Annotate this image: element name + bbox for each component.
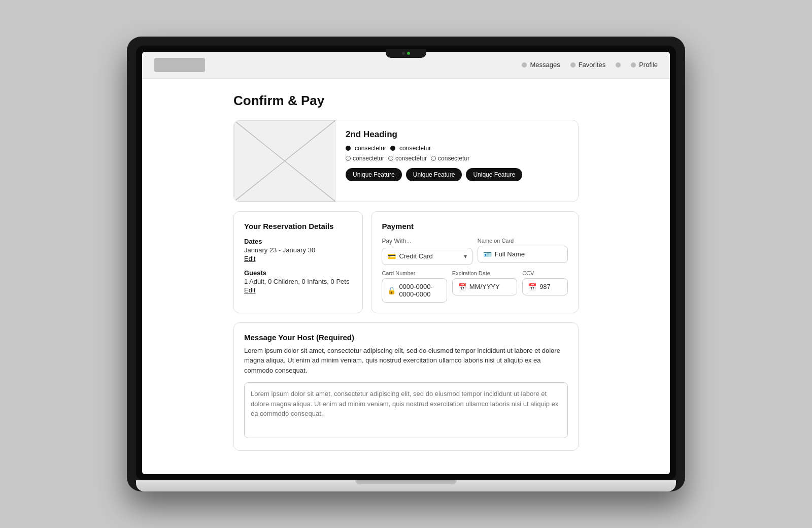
dates-field: Dates January 23 - January 30 Edit xyxy=(244,238,352,263)
pay-with-dropdown[interactable]: 💳 Credit Card ▾ xyxy=(382,248,472,265)
camera-indicator xyxy=(407,52,410,55)
credit-card-icon: 💳 xyxy=(387,252,396,260)
messages-dot xyxy=(522,62,527,68)
message-card: Message Your Host (Required) Lorem ipsum… xyxy=(233,322,579,451)
person-icon: 🪪 xyxy=(483,250,492,258)
name-on-card-field[interactable]: 🪪 Full Name xyxy=(478,246,568,263)
laptop-screen: Messages Favorites Profile xyxy=(142,52,670,475)
badge-outline-label-3: consectetur xyxy=(438,155,469,162)
listing-card: 2nd Heading consectetur consectetur cons… xyxy=(233,120,579,202)
expiration-group: Expiration Date 📅 MM/YYYY xyxy=(452,270,517,303)
badge-outline-2 xyxy=(388,156,393,161)
favorites-label: Favorites xyxy=(579,61,605,69)
reservation-card: Your Reservation Details Dates January 2… xyxy=(233,211,363,313)
laptop-base xyxy=(136,480,676,491)
favorites-dot xyxy=(570,62,576,68)
lock-icon: 🔒 xyxy=(387,286,396,294)
listing-badges-outline: consectetur consectetur consectetur xyxy=(346,155,568,162)
badge-filled-2 xyxy=(390,146,395,151)
nav-messages[interactable]: Messages xyxy=(522,61,560,69)
feature-btn-3[interactable]: Unique Feature xyxy=(466,168,522,181)
card-number-group: Card Number 🔒 0000-0000-0000-0000 xyxy=(382,270,447,303)
laptop-hinge xyxy=(355,480,457,484)
ccv-placeholder: 987 xyxy=(539,283,562,290)
card-number-field[interactable]: 🔒 0000-0000-0000-0000 xyxy=(382,278,447,303)
listing-heading: 2nd Heading xyxy=(346,129,568,140)
name-on-card-label: Name on Card xyxy=(478,238,568,244)
reservation-heading: Your Reservation Details xyxy=(244,222,352,230)
page-title: Confirm & Pay xyxy=(233,93,579,109)
expiration-label: Expiration Date xyxy=(452,270,517,276)
payment-heading: Payment xyxy=(382,222,568,230)
message-heading: Message Your Host (Required) xyxy=(244,333,568,342)
badge-outline-group-1: consectetur xyxy=(346,155,384,162)
badge-label-2: consectetur xyxy=(399,145,431,152)
nav-dot-extra xyxy=(616,62,621,68)
guests-field: Guests 1 Adult, 0 Children, 0 Infants, 0… xyxy=(244,269,352,294)
messages-label: Messages xyxy=(530,61,560,69)
badge-outline-label-2: consectetur xyxy=(395,155,427,162)
ccv-label: CCV xyxy=(522,270,568,276)
profile-dot xyxy=(631,62,636,68)
message-textarea[interactable] xyxy=(244,382,568,438)
expiration-placeholder: MM/YYYY xyxy=(469,283,512,290)
guests-label: Guests xyxy=(244,269,352,277)
badge-filled-1 xyxy=(346,146,351,151)
payment-bottom-row: Card Number 🔒 0000-0000-0000-0000 Expira… xyxy=(382,270,568,303)
badge-outline-group-3: consectetur xyxy=(431,155,469,162)
dates-value: January 23 - January 30 xyxy=(244,246,352,254)
nav-links: Messages Favorites Profile xyxy=(522,61,658,69)
camera-dot xyxy=(402,52,405,55)
pay-with-group: Pay With... 💳 Credit Card ▾ xyxy=(382,238,472,265)
placeholder-image-x xyxy=(234,120,335,202)
name-on-card-group: Name on Card 🪪 Full Name xyxy=(478,238,568,265)
main-content: Confirm & Pay 2nd Heading xyxy=(142,79,670,475)
badge-outline-group-2: consectetur xyxy=(388,155,427,162)
feature-buttons: Unique Feature Unique Feature Unique Fea… xyxy=(346,168,568,181)
listing-badges-filled: consectetur consectetur xyxy=(346,145,568,152)
name-on-card-placeholder: Full Name xyxy=(495,250,562,258)
logo-placeholder xyxy=(154,58,205,72)
card-number-placeholder: 0000-0000-0000-0000 xyxy=(399,283,441,298)
camera-notch xyxy=(386,49,426,58)
feature-btn-2[interactable]: Unique Feature xyxy=(406,168,462,181)
dates-edit-link[interactable]: Edit xyxy=(244,255,255,262)
message-description: Lorem ipsum dolor sit amet, consectetur … xyxy=(244,346,568,376)
expiration-field[interactable]: 📅 MM/YYYY xyxy=(452,278,517,295)
badge-outline-label-1: consectetur xyxy=(353,155,384,162)
ccv-field[interactable]: 📅 987 xyxy=(522,278,568,295)
dropdown-arrow-icon: ▾ xyxy=(464,253,467,260)
listing-image xyxy=(234,120,335,202)
credit-card-value: Credit Card xyxy=(399,252,460,260)
screen-bezel: Messages Favorites Profile xyxy=(136,46,676,481)
nav-profile[interactable]: Profile xyxy=(631,61,658,69)
badge-outline-1 xyxy=(346,156,351,161)
listing-info: 2nd Heading consectetur consectetur cons… xyxy=(335,120,578,202)
calendar-icon: 📅 xyxy=(458,283,466,291)
guests-value: 1 Adult, 0 Children, 0 Infants, 0 Pets xyxy=(244,278,352,285)
payment-top-row: Pay With... 💳 Credit Card ▾ Name on Card xyxy=(382,238,568,265)
profile-label: Profile xyxy=(639,61,658,69)
pay-with-label: Pay With... xyxy=(382,238,472,245)
two-col-section: Your Reservation Details Dates January 2… xyxy=(233,211,579,313)
payment-card: Payment Pay With... 💳 Credit Card ▾ xyxy=(371,211,579,313)
badge-outline-3 xyxy=(431,156,436,161)
guests-edit-link[interactable]: Edit xyxy=(244,286,255,294)
nav-favorites[interactable]: Favorites xyxy=(570,61,605,69)
badge-label-1: consectetur xyxy=(355,145,386,152)
feature-btn-1[interactable]: Unique Feature xyxy=(346,168,402,181)
laptop-shell: Messages Favorites Profile xyxy=(127,37,685,492)
ccv-calendar-icon: 📅 xyxy=(528,283,536,291)
dates-label: Dates xyxy=(244,238,352,245)
ccv-group: CCV 📅 987 xyxy=(522,270,568,303)
card-number-label: Card Number xyxy=(382,270,447,276)
extra-dot xyxy=(616,62,621,68)
